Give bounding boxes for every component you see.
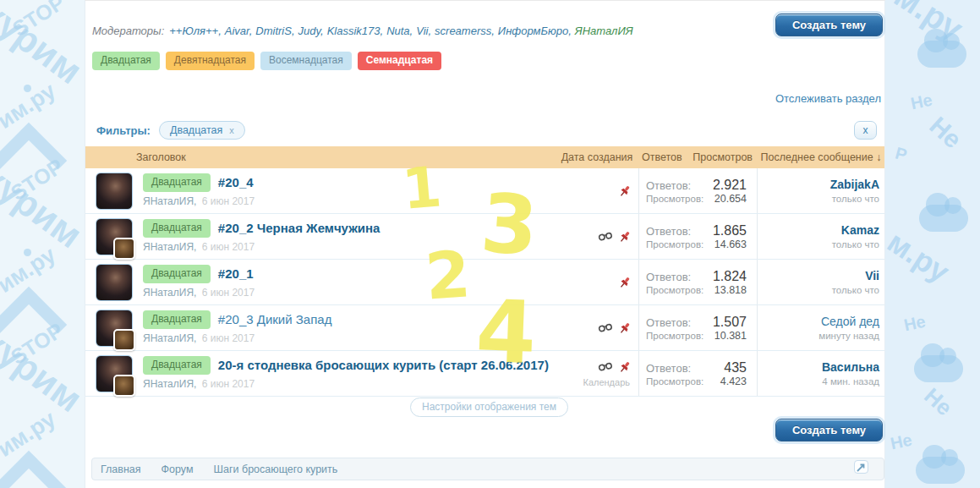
forum-section-page: Модераторы:++Юля++,Aivar,DmitriS,Judy,Kl… xyxy=(85,0,885,488)
watermark-ne: Не xyxy=(909,91,933,112)
avatar[interactable] xyxy=(96,173,133,210)
watermark-mru: м.ру xyxy=(885,227,955,288)
remove-filter-icon[interactable]: x xyxy=(229,125,234,135)
close-filters-button[interactable]: x xyxy=(854,121,877,140)
topic-date: 6 июн 2017 xyxy=(202,332,255,344)
topic-tag[interactable]: Двадцатая xyxy=(143,265,211,283)
last-post-time[interactable]: минуту назад xyxy=(818,331,879,341)
avatar[interactable] xyxy=(96,264,133,301)
last-post-time[interactable]: только что xyxy=(832,194,879,204)
topic-row[interactable]: Двадцатая #20_1 ЯНаталИЯ, 6 июн 2017 Отв… xyxy=(85,260,884,305)
topic-row[interactable]: Двадцатая #20_2 Черная Жемчужина ЯНаталИ… xyxy=(85,214,884,260)
filters-label: Фильтры: xyxy=(96,124,151,137)
moderator-link[interactable]: Aivar, xyxy=(225,25,253,37)
replies-label: Ответов: xyxy=(646,179,691,192)
watermark-r: Р xyxy=(894,145,909,164)
last-poster-link[interactable]: Седой дед xyxy=(821,315,879,328)
moderator-link[interactable]: ИнформБюро, xyxy=(498,25,572,37)
replies-count: 435 xyxy=(724,360,747,376)
watermark-ne: Не xyxy=(925,112,966,153)
header-last-post[interactable]: Последнее сообщение ↓ xyxy=(758,151,884,163)
moderator-link[interactable]: screamerss, xyxy=(435,25,495,37)
topic-tag[interactable]: Двадцатая xyxy=(143,310,211,329)
replies-count: 1.865 xyxy=(713,223,747,239)
topic-title-link[interactable]: #20_1 xyxy=(218,266,254,281)
views-label: Просмотров: xyxy=(646,285,704,295)
topic-author-link[interactable]: ЯНаталИЯ, xyxy=(143,378,196,390)
tag-devyatnadtsataya[interactable]: Девятнадцатая xyxy=(166,52,255,70)
last-post-time[interactable]: только что xyxy=(832,239,879,249)
last-post-time[interactable]: только что xyxy=(832,285,879,295)
follow-section-link[interactable]: Отслеживать раздел xyxy=(775,92,881,105)
tag-vosemnadtsataya[interactable]: Восемнадцатая xyxy=(260,52,352,70)
last-poster-avatar[interactable] xyxy=(113,238,135,260)
replies-count: 1.824 xyxy=(713,269,747,284)
moderator-link[interactable]: Klassik173, xyxy=(327,25,383,37)
views-count: 13.818 xyxy=(714,284,747,296)
replies-label: Ответов: xyxy=(646,316,691,329)
avatar[interactable] xyxy=(96,355,133,392)
topic-row[interactable]: Двадцатая #20_4 ЯНаталИЯ, 6 июн 2017 Отв… xyxy=(85,168,884,214)
topic-author-link[interactable]: ЯНаталИЯ, xyxy=(143,241,196,253)
tag-semnadtsataya[interactable]: Семнадцатая xyxy=(358,52,441,70)
topic-title-link[interactable]: #20_3 Дикий Запад xyxy=(218,312,332,326)
tag-filter-row: Двадцатая Девятнадцатая Восемнадцатая Се… xyxy=(92,52,441,70)
avatar[interactable] xyxy=(96,218,133,255)
filters-bar: Фильтры: Двадцатая x xyxy=(96,121,245,140)
topic-date: 6 июн 2017 xyxy=(202,195,255,207)
last-post-time[interactable]: 4 мин. назад xyxy=(822,376,879,387)
topic-title-link[interactable]: #20_4 xyxy=(218,175,254,189)
moderator-link[interactable]: Nuta, xyxy=(386,25,413,37)
topic-title-link[interactable]: 20-я стодневка бросающих курить (старт 2… xyxy=(218,358,549,372)
topic-author-link[interactable]: ЯНаталИЯ, xyxy=(143,332,196,344)
last-poster-link[interactable]: ZabijakA xyxy=(830,178,879,191)
topic-row[interactable]: Двадцатая 20-я стодневка бросающих курит… xyxy=(85,351,884,397)
topic-title-link[interactable]: #20_2 Черная Жемчужина xyxy=(218,221,381,235)
breadcrumb-forum[interactable]: Форум xyxy=(162,463,194,475)
views-label: Просмотров: xyxy=(646,331,704,341)
views-label: Просмотров: xyxy=(646,239,704,249)
topic-tag[interactable]: Двадцатая xyxy=(143,219,211,238)
topic-tag[interactable]: Двадцатая xyxy=(143,173,211,192)
topic-author-link[interactable]: ЯНаталИЯ, xyxy=(143,195,196,207)
moderator-link[interactable]: ЯНаталИЯ xyxy=(575,25,633,37)
glasses-icon xyxy=(598,323,613,332)
tag-dvadtsataya[interactable]: Двадцатая xyxy=(92,52,160,70)
cloud-shape xyxy=(916,457,965,484)
display-settings-button[interactable]: Настройки отображения тем xyxy=(410,398,568,417)
active-filter-pill[interactable]: Двадцатая x xyxy=(159,121,245,140)
replies-count: 1.507 xyxy=(713,315,747,330)
moderator-link[interactable]: ++Юля++, xyxy=(169,25,222,37)
topic-date: 6 июн 2017 xyxy=(202,241,255,253)
topic-starter-avatar[interactable] xyxy=(96,264,133,301)
header-date-created: Дата создания xyxy=(556,151,638,163)
moderator-link[interactable]: Judy, xyxy=(298,25,324,37)
header-views: Просмотров xyxy=(693,151,753,163)
topic-date: 6 июн 2017 xyxy=(202,378,255,390)
last-poster-link[interactable]: Vii xyxy=(865,269,879,282)
topic-author-link[interactable]: ЯНаталИЯ, xyxy=(143,287,196,299)
last-poster-avatar[interactable] xyxy=(113,375,135,397)
replies-label: Ответов: xyxy=(646,271,691,283)
table-header: Заголовок Дата создания Ответов Просмотр… xyxy=(85,146,884,168)
last-poster-link[interactable]: Kamaz xyxy=(841,223,879,237)
topic-tag[interactable]: Двадцатая xyxy=(143,356,211,375)
moderator-link[interactable]: DmitriS, xyxy=(255,25,294,37)
moderators-line: Модераторы:++Юля++,Aivar,DmitriS,Judy,Kl… xyxy=(92,25,732,37)
header-replies: Ответов xyxy=(642,151,682,163)
create-topic-button[interactable]: Создать тему xyxy=(775,14,883,36)
last-poster-avatar[interactable] xyxy=(113,329,135,351)
views-count: 20.654 xyxy=(714,193,747,205)
views-count: 10.381 xyxy=(714,330,747,342)
last-poster-link[interactable]: Васильна xyxy=(822,360,879,374)
breadcrumb-home[interactable]: Главная xyxy=(101,463,141,475)
moderator-link[interactable]: Vii, xyxy=(416,25,431,37)
external-link-icon[interactable] xyxy=(854,460,868,474)
breadcrumb-section[interactable]: Шаги бросающего курить xyxy=(214,463,338,475)
avatar[interactable] xyxy=(96,310,133,347)
pinned-icon xyxy=(618,360,632,374)
topic-starter-avatar[interactable] xyxy=(96,173,133,210)
views-count: 14.663 xyxy=(714,239,747,250)
topic-row[interactable]: Двадцатая #20_3 Дикий Запад ЯНаталИЯ, 6 … xyxy=(85,305,884,351)
create-topic-button[interactable]: Создать тему xyxy=(775,419,883,441)
